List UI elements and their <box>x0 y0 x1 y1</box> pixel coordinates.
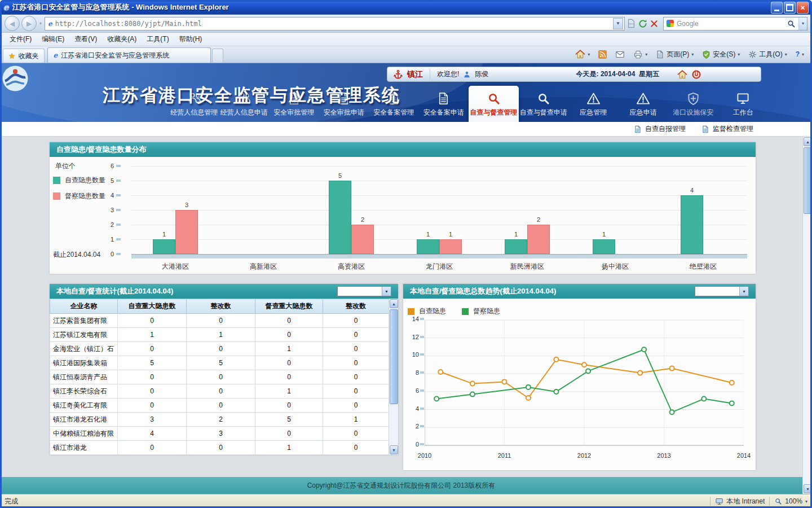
table-scroll-up-icon[interactable]: ▲ <box>390 299 398 308</box>
page-scrollbar[interactable]: ▲ ▼ <box>802 137 812 494</box>
bar-supervise-check[interactable] <box>527 225 550 254</box>
tools-menu-button[interactable]: 工具(O)▾ <box>744 47 791 62</box>
company-name-cell: 镇江恒泰沥青产品 <box>50 370 118 384</box>
legend-swatch <box>408 308 414 315</box>
history-caret-icon[interactable]: ▾ <box>38 21 43 26</box>
maximize-button[interactable] <box>784 2 796 14</box>
refresh-icon[interactable] <box>638 19 648 29</box>
tab-active[interactable]: e 江苏省港口安全监管与应急管理系统 <box>47 47 211 63</box>
menu-item[interactable]: 收藏夹(A) <box>102 33 142 46</box>
bar-self-check[interactable] <box>417 239 439 254</box>
menu-item[interactable]: 编辑(E) <box>37 33 69 46</box>
table-row[interactable]: 镇江市港龙0010 <box>50 441 389 455</box>
favorites-button[interactable]: ★ 收藏夹 <box>3 49 45 63</box>
page-menu-label: 页面(P) <box>667 50 689 59</box>
app-header: 江苏省港口安全监管与应急管理系统 镇江 欢迎您! 陈俊 今天是: 2014-04… <box>0 63 812 122</box>
stats-filter-caret-icon[interactable]: ▼ <box>382 287 391 296</box>
trend-filter-caret-icon[interactable]: ▼ <box>739 287 748 296</box>
trend-panel-title: 本地自查/督查隐患总数趋势(截止2014.04.04) <box>410 286 556 296</box>
menu-item[interactable]: 查看(V) <box>69 33 102 46</box>
bar-chart-body: 单位个 自查隐患数量督察隐患数量 截止2014.04.04 0123456 13… <box>50 157 756 274</box>
nav-item[interactable]: 自查与督查申请 <box>519 86 569 122</box>
bar-category-label: 高新港区 <box>250 262 277 271</box>
page-scroll-up-icon[interactable]: ▲ <box>804 137 812 146</box>
bar-supervise-check[interactable] <box>439 239 462 254</box>
help-button[interactable]: ?▾ <box>792 47 808 62</box>
home-icon[interactable] <box>677 69 687 80</box>
nav-item-label: 应急申请 <box>630 108 657 117</box>
new-tab-button[interactable] <box>212 49 223 63</box>
address-input[interactable]: e http://localhost:8080/yjpt/Main.html ▼ <box>45 17 625 30</box>
page-scroll-down-icon[interactable]: ▼ <box>804 484 812 493</box>
stats-table-panel: 本地自查/督查统计(截止2014.04.04) ▼ 企业名称自查重大隐患数整改数… <box>50 284 398 455</box>
feeds-button[interactable] <box>594 47 611 62</box>
table-column-header[interactable]: 企业名称 <box>50 299 118 314</box>
safety-menu-button[interactable]: 安全(S)▾ <box>698 47 744 62</box>
read-mail-button[interactable] <box>611 47 629 62</box>
table-row[interactable]: 江苏镇江发电有限1100 <box>50 328 389 342</box>
subnav-item[interactable]: 监督检查管理 <box>701 124 753 134</box>
table-scroll-thumb[interactable] <box>390 309 398 404</box>
menu-item[interactable]: 文件(F) <box>5 33 37 46</box>
subnav-item[interactable]: 自查自报管理 <box>634 124 686 134</box>
page-scroll-thumb[interactable] <box>804 147 812 214</box>
table-row[interactable]: 镇江港国际集装箱5500 <box>50 356 389 370</box>
table-row[interactable]: 镇江李长荣综合石0010 <box>50 384 389 398</box>
stats-filter-dropdown[interactable]: ▼ <box>337 286 391 296</box>
bar-supervise-check[interactable] <box>175 210 198 254</box>
search-input[interactable]: Google ▾ <box>663 17 807 30</box>
back-button[interactable]: ◀ <box>5 16 20 31</box>
bar-self-check[interactable] <box>329 181 351 254</box>
zoom-control[interactable]: 100% ▾ <box>774 497 807 505</box>
bar-self-check[interactable] <box>505 239 527 254</box>
table-row[interactable]: 金海宏业（镇江）石0010 <box>50 342 389 356</box>
address-bar: ◀ ▶ ▾ e http://localhost:8080/yjpt/Main.… <box>0 15 812 33</box>
subnav-item-label: 监督检查管理 <box>713 124 753 134</box>
legend-label: 自查隐患 <box>419 306 446 316</box>
security-zone: 本地 Intranet <box>715 497 765 506</box>
bar-self-check[interactable] <box>681 195 703 254</box>
nav-item[interactable]: 工作台 <box>718 86 769 122</box>
page-menu-button[interactable]: 页面(P)▾ <box>652 47 698 62</box>
home-button[interactable]: ▾ <box>571 47 594 62</box>
table-row[interactable]: 江苏索普集团有限0000 <box>50 314 389 328</box>
stats-table: 企业名称自查重大隐患数整改数督查重大隐患数整改数江苏索普集团有限0000江苏镇江… <box>50 299 389 455</box>
stop-icon[interactable] <box>650 19 659 28</box>
bar-footnote: 截止2014.04.04 <box>53 250 100 260</box>
nav-item[interactable]: 应急申请 <box>619 86 669 122</box>
forward-button[interactable]: ▶ <box>21 16 37 31</box>
nav-item[interactable]: 安全备案申请 <box>419 86 469 122</box>
table-column-header[interactable]: 整改数 <box>323 299 389 314</box>
tab-title: 江苏省港口安全监管与应急管理系统 <box>61 51 169 60</box>
nav-item[interactable]: 应急管理 <box>568 86 619 122</box>
table-row[interactable]: 镇江市港龙石化港3251 <box>50 413 389 427</box>
address-dropdown-button[interactable]: ▼ <box>613 18 623 29</box>
search-icon[interactable] <box>787 19 796 28</box>
table-column-header[interactable]: 整改数 <box>187 299 255 314</box>
print-button[interactable]: ▾ <box>629 47 651 62</box>
table-scroll-down-icon[interactable]: ▼ <box>390 445 398 454</box>
bar-self-check[interactable] <box>593 239 615 254</box>
table-row[interactable]: 镇江奇美化工有限0000 <box>50 398 389 413</box>
value-cell: 1 <box>323 413 389 427</box>
minimize-button[interactable] <box>771 2 783 14</box>
table-column-header[interactable]: 自查重大隐患数 <box>118 299 187 314</box>
menu-item[interactable]: 工具(T) <box>142 33 174 46</box>
bar-value-label: 1 <box>162 231 166 238</box>
nav-item[interactable]: 港口设施保安 <box>668 86 718 122</box>
table-scrollbar[interactable]: ▲ ▼ <box>389 299 398 455</box>
trend-filter-dropdown[interactable]: ▼ <box>695 286 749 296</box>
search-options-caret-icon[interactable]: ▾ <box>798 17 807 30</box>
divider <box>769 497 770 506</box>
bar-supervise-check[interactable] <box>351 225 374 254</box>
table-row[interactable]: 中储粮镇江粮油有限4300 <box>50 427 389 441</box>
nav-item-active[interactable]: 自查与督查管理 <box>469 86 519 122</box>
table-column-header[interactable]: 督查重大隐患数 <box>255 299 323 314</box>
power-icon[interactable] <box>691 69 701 80</box>
menu-item[interactable]: 帮助(H) <box>174 33 208 46</box>
value-cell: 0 <box>187 398 255 413</box>
bar-self-check[interactable] <box>153 239 175 254</box>
table-row[interactable]: 镇江恒泰沥青产品0000 <box>50 370 389 384</box>
close-button[interactable]: × <box>797 2 809 14</box>
compat-icon[interactable] <box>626 19 636 28</box>
